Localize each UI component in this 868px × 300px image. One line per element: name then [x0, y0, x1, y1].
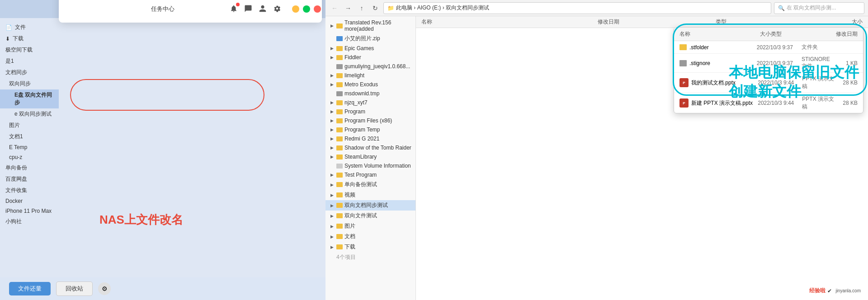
arrow-icon: ▶	[329, 234, 335, 239]
tree-item-gumu[interactable]: gumuliying_jueqiv1.0.668...	[326, 62, 415, 71]
arrow-icon: ▶	[329, 145, 335, 150]
file-table-body: P 我的测试文档.pptx 2022-10-03 09:44:47 27.5KB…	[59, 0, 322, 23]
sidebar-item-doc-sync[interactable]: 文档同步	[0, 67, 59, 78]
sidebar-item-docker[interactable]: Docker	[0, 196, 59, 206]
sidebar-item-cpuz[interactable]: cpu-z	[0, 152, 59, 162]
message-icon[interactable]	[244, 5, 252, 14]
arrow-icon: ▶	[329, 244, 335, 250]
file-icon	[336, 64, 343, 69]
user-icon[interactable]	[259, 5, 267, 14]
refresh-button[interactable]: ↻	[370, 3, 381, 14]
tree-item-bidir-file-test[interactable]: ▶ 双向文件测试	[326, 211, 415, 221]
tree-item-test-program[interactable]: ▶ Test Program	[326, 170, 415, 179]
tree-item-photos-zip[interactable]: 小艾的照片.zip	[326, 33, 415, 44]
tree-item-program-x86[interactable]: ▶ Program Files (x86)	[326, 116, 415, 125]
tree-item-translated[interactable]: ▶ Translated Rev.156 more(added	[326, 18, 415, 33]
folder-icon	[679, 44, 687, 50]
address-bar[interactable]: 📁 此电脑 › AIGO (E:) › 双向文档同步测试	[383, 2, 771, 14]
tree-item-steam[interactable]: ▶ SteamLibrary	[326, 152, 415, 161]
folder-icon	[336, 109, 343, 114]
sidebar-item-cloud-download[interactable]: 极空间下载	[0, 44, 59, 56]
list-item[interactable]: .stfolder 2022/10/3 9:37 文件夹	[674, 41, 863, 54]
sidebar-item-pictures[interactable]: 图片	[0, 120, 59, 131]
tree-item-program[interactable]: ▶ Program	[326, 107, 415, 116]
tree-item-limelight[interactable]: ▶ limelight	[326, 71, 415, 80]
notification-icon[interactable]	[230, 5, 238, 14]
sidebar-item-iphone[interactable]: iPhone 11 Pro Max	[0, 206, 59, 216]
tree-item-epic[interactable]: ▶ Epic Games	[326, 44, 415, 53]
folder-icon	[336, 73, 343, 78]
arrow-icon: ▶	[329, 224, 335, 229]
tree-item-fiddler[interactable]: ▶ Fiddler	[326, 53, 415, 62]
arrow-icon: ▶	[329, 213, 335, 219]
explorer-search[interactable]: 🔍 在 双向文档同步测...	[774, 2, 864, 14]
pptx-icon: P	[679, 78, 689, 87]
sidebar-nav: 📄 文件 ⬇ 下载 极空间下载 是1 文档同步 双向同步 E盘 双向文件同步 e…	[0, 18, 59, 231]
arrow-icon: ▶	[329, 182, 335, 188]
sidebar-item-download[interactable]: ⬇ 下载	[0, 33, 59, 44]
col-type[interactable]: 类型	[716, 18, 804, 26]
arrow-icon	[329, 64, 335, 69]
tree-item-documents[interactable]: ▶ 文档	[326, 231, 415, 242]
back-button[interactable]: ←	[329, 3, 340, 14]
watermark: 经验啦 ✔ jinyanla.com	[806, 285, 864, 296]
tree-item-program-temp[interactable]: ▶ Program Temp	[326, 125, 415, 134]
tree-item-bidir-doc[interactable]: ▶ 双向文档同步测试	[326, 200, 415, 211]
arrow-icon: ▶	[329, 118, 335, 123]
left-panel: 任务中心 — □ × 📄 文件	[0, 0, 326, 300]
file-reset-button[interactable]: 文件还量	[9, 282, 51, 295]
tree-item-system-volume[interactable]: System Volume Information	[326, 161, 415, 170]
forward-button[interactable]: →	[343, 3, 354, 14]
tree-item-images[interactable]: ▶ 图片	[326, 221, 415, 231]
up-button[interactable]: ↑	[356, 3, 367, 14]
tree-item-metro[interactable]: ▶ Metro Exodus	[326, 80, 415, 89]
sidebar-item-file[interactable]: 📄 文件	[0, 22, 59, 33]
arrow-icon: ▶	[329, 203, 335, 208]
sidebar-item-etemp[interactable]: E Temp	[0, 142, 59, 152]
folder-icon	[336, 23, 343, 28]
file-icon: 📄	[5, 24, 12, 31]
arrow-icon: ▶	[329, 23, 335, 28]
sidebar-item-e-bidir[interactable]: e 双向同步测试	[0, 108, 59, 120]
col-date[interactable]: 修改日期	[598, 18, 715, 26]
sidebar-item-docs1[interactable]: 文档1	[0, 131, 59, 142]
arrow-icon: ▶	[329, 82, 335, 87]
sidebar-item-file-collect[interactable]: 文件收集	[0, 185, 59, 196]
folder-icon	[336, 118, 343, 123]
explorer-topbar: ← → ↑ ↻ 📁 此电脑 › AIGO (E:) › 双向文档同步测试 🔍 在…	[326, 0, 868, 16]
file-icon	[679, 60, 687, 66]
col-name[interactable]: 名称	[421, 18, 598, 26]
recycle-button[interactable]: 回收站	[56, 281, 93, 296]
download-icon: ⬇	[5, 36, 10, 42]
tree-item-shadow[interactable]: ▶ Shadow of the Tomb Raider	[326, 143, 415, 152]
tree-item-msdownld[interactable]: msdownld.tmp	[326, 89, 415, 98]
arrow-icon	[329, 163, 335, 169]
sidebar-item-one-way-backup[interactable]: 单向备份	[0, 162, 59, 173]
col-size[interactable]: 大小	[804, 18, 863, 26]
arrow-icon: ▶	[329, 109, 335, 114]
file-icon	[336, 36, 343, 41]
folder-icon	[336, 182, 343, 187]
sidebar-item-edrive-sync[interactable]: E盘 双向文件同步	[0, 89, 59, 108]
arrow-icon	[329, 36, 335, 42]
arrow-icon: ▶	[329, 192, 335, 198]
tree-item-downloads[interactable]: ▶ 下载	[326, 242, 415, 252]
tree-item-redmi[interactable]: ▶ Redmi G 2021	[326, 134, 415, 143]
tree-item-njzq[interactable]: ▶ njzq_xyt7	[326, 98, 415, 107]
settings-icon[interactable]	[273, 5, 281, 14]
tree-item-one-way-test[interactable]: ▶ 单向备份测试	[326, 179, 415, 190]
folder-icon	[336, 203, 343, 208]
sidebar-item-xiaogou[interactable]: 小狗社	[0, 216, 59, 227]
settings-gear-button[interactable]: ⚙	[98, 282, 111, 295]
folder-icon	[336, 173, 343, 178]
sidebar-item-is1[interactable]: 是1	[0, 56, 59, 67]
sidebar-item-baidu[interactable]: 百度网盘	[0, 173, 59, 185]
tree-item-videos[interactable]: ▶ 视频	[326, 190, 415, 200]
arrow-icon: ▶	[329, 46, 335, 51]
pptx-icon: P	[679, 98, 689, 108]
sidebar-item-bidirectional[interactable]: 双向同步	[0, 78, 59, 89]
explorer-col-header: 名称 修改日期 类型 大小	[416, 16, 868, 28]
folder-icon	[336, 127, 343, 132]
notification-dot	[236, 3, 240, 6]
arrow-icon: ▶	[329, 172, 335, 178]
